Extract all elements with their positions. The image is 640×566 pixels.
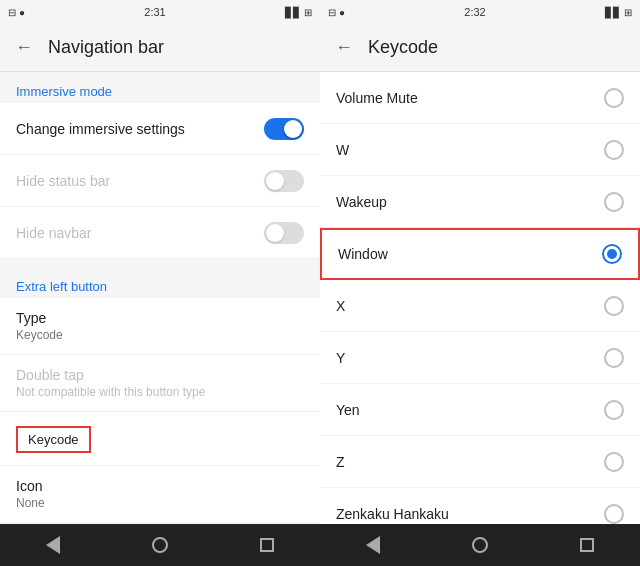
hide-status-bar-toggle[interactable] [264, 170, 304, 192]
double-tap-item[interactable]: Double tap Not compatible with this butt… [0, 355, 320, 412]
radio-button[interactable] [604, 348, 624, 368]
type-title: Type [16, 310, 63, 326]
left-recent-nav-button[interactable] [247, 525, 287, 565]
right-back-nav-button[interactable] [353, 525, 393, 565]
right-signal-icon: ▊▊ [605, 7, 621, 18]
right-back-nav-icon [366, 536, 380, 554]
keycode-row-label: Volume Mute [336, 90, 418, 106]
right-recent-nav-icon [580, 538, 594, 552]
left-toolbar-title: Navigation bar [48, 37, 164, 58]
right-panel: ⊟ ● 2:32 ▊▊ ⊞ ← Keycode Volume MuteWWake… [320, 0, 640, 566]
dot-icon: ● [19, 7, 25, 18]
keycode-row[interactable]: Volume Mute [320, 72, 640, 124]
left-toolbar: ← Navigation bar [0, 24, 320, 72]
keycode-row-label: X [336, 298, 345, 314]
toggle-thumb-2 [266, 172, 284, 190]
keycode-row[interactable]: Zenkaku Hankaku [320, 488, 640, 524]
keycode-row-label: Yen [336, 402, 360, 418]
right-home-nav-button[interactable] [460, 525, 500, 565]
icon-item[interactable]: Icon None [0, 466, 320, 523]
left-status-right-icons: ▊▊ ⊞ [285, 7, 312, 18]
radio-button[interactable] [604, 140, 624, 160]
hide-status-bar-item[interactable]: Hide status bar [0, 155, 320, 207]
radio-button[interactable] [604, 452, 624, 472]
icon-title: Icon [16, 478, 45, 494]
keycode-row[interactable]: X [320, 280, 640, 332]
hide-navbar-toggle[interactable] [264, 222, 304, 244]
right-back-button[interactable]: ← [328, 32, 360, 64]
radio-button[interactable] [604, 400, 624, 420]
hide-navbar-title: Hide navbar [16, 225, 92, 241]
notification-icon: ⊟ [8, 7, 16, 18]
recent-nav-icon [260, 538, 274, 552]
keycode-list: Volume MuteWWakeupWindowXYYenZZenkaku Ha… [320, 72, 640, 524]
hide-status-bar-title: Hide status bar [16, 173, 110, 189]
right-status-bar: ⊟ ● 2:32 ▊▊ ⊞ [320, 0, 640, 24]
radio-button[interactable] [604, 504, 624, 524]
home-nav-icon [152, 537, 168, 553]
left-content: Immersive mode Change immersive settings… [0, 72, 320, 524]
keycode-row[interactable]: Z [320, 436, 640, 488]
right-notification-icon: ⊟ [328, 7, 336, 18]
double-tap-title: Double tap [16, 367, 205, 383]
left-status-bar: ⊟ ● 2:31 ▊▊ ⊞ [0, 0, 320, 24]
keycode-row[interactable]: Wakeup [320, 176, 640, 228]
keycode-row[interactable]: Y [320, 332, 640, 384]
change-immersive-title: Change immersive settings [16, 121, 185, 137]
right-recent-nav-button[interactable] [567, 525, 607, 565]
right-home-nav-icon [472, 537, 488, 553]
radio-button[interactable] [604, 192, 624, 212]
hide-navbar-item[interactable]: Hide navbar [0, 207, 320, 259]
left-home-nav-button[interactable] [140, 525, 180, 565]
back-nav-icon [46, 536, 60, 554]
double-tap-subtitle: Not compatible with this button type [16, 385, 205, 399]
keycode-row[interactable]: W [320, 124, 640, 176]
right-status-left-icons: ⊟ ● [328, 7, 345, 18]
type-subtitle: Keycode [16, 328, 63, 342]
change-immersive-toggle[interactable] [264, 118, 304, 140]
keycode-row-label: Window [338, 246, 388, 262]
keycode-box[interactable]: Keycode [16, 426, 91, 453]
right-dot-icon: ● [339, 7, 345, 18]
immersive-mode-label: Immersive mode [0, 72, 320, 103]
left-back-nav-button[interactable] [33, 525, 73, 565]
keycode-row-label: W [336, 142, 349, 158]
radio-inner-dot [607, 249, 617, 259]
toggle-thumb [284, 120, 302, 138]
left-back-button[interactable]: ← [8, 32, 40, 64]
keycode-row-label: Wakeup [336, 194, 387, 210]
battery-icon: ⊞ [304, 7, 312, 18]
left-status-left-icons: ⊟ ● [8, 7, 25, 18]
type-item[interactable]: Type Keycode [0, 298, 320, 355]
left-time: 2:31 [144, 6, 165, 18]
keycode-row[interactable]: Window [320, 228, 640, 280]
keycode-row-label: Y [336, 350, 345, 366]
keycode-row[interactable]: Yen [320, 384, 640, 436]
signal-icon: ▊▊ [285, 7, 301, 18]
left-panel: ⊟ ● 2:31 ▊▊ ⊞ ← Navigation bar Immersive… [0, 0, 320, 566]
right-toolbar-title: Keycode [368, 37, 438, 58]
keycode-row-label: Zenkaku Hankaku [336, 506, 449, 522]
toggle-thumb-3 [266, 224, 284, 242]
left-bottom-nav [0, 524, 320, 566]
right-status-right-icons: ▊▊ ⊞ [605, 7, 632, 18]
change-immersive-item[interactable]: Change immersive settings [0, 103, 320, 155]
right-toolbar: ← Keycode [320, 24, 640, 72]
right-time: 2:32 [464, 6, 485, 18]
right-bottom-nav [320, 524, 640, 566]
divider-1 [0, 259, 320, 267]
keycode-row-label: Z [336, 454, 345, 470]
extra-left-button-label: Extra left button [0, 267, 320, 298]
right-battery-icon: ⊞ [624, 7, 632, 18]
radio-button[interactable] [604, 88, 624, 108]
radio-button[interactable] [602, 244, 622, 264]
icon-subtitle: None [16, 496, 45, 510]
keycode-box-item[interactable]: Keycode [0, 412, 320, 466]
radio-button[interactable] [604, 296, 624, 316]
